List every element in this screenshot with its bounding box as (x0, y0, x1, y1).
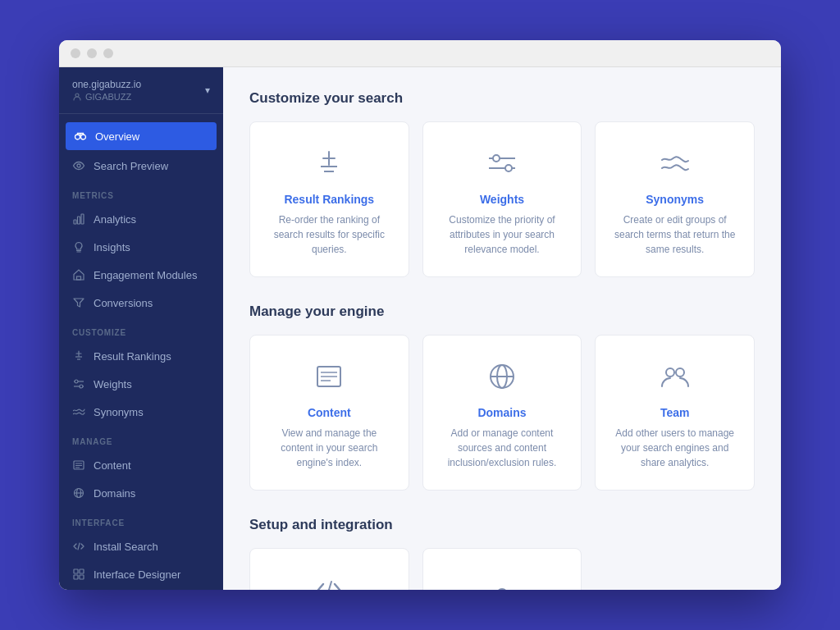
section-label-customize: CUSTOMIZE (59, 317, 223, 342)
sidebar-item-result-rankings[interactable]: Result Rankings (59, 342, 223, 370)
person-icon (72, 92, 82, 102)
card-title-domains: Domains (477, 406, 526, 419)
card-desc-content: View and manage the content in your sear… (267, 426, 392, 470)
card-team[interactable]: Team Add other users to manage your sear… (595, 335, 755, 491)
card-grid-customize: Result Rankings Re-order the ranking of … (249, 121, 755, 277)
svg-point-1 (75, 135, 80, 139)
card-icon-team (657, 358, 693, 395)
sidebar-item-domains[interactable]: Domains (59, 479, 223, 507)
svg-point-14 (75, 380, 78, 383)
section-label-metrics: METRICS (59, 180, 223, 205)
svg-point-3 (77, 164, 80, 167)
code-icon (72, 540, 85, 553)
card-title-rankings: Result Rankings (284, 193, 374, 206)
svg-rect-24 (74, 569, 78, 573)
svg-rect-25 (80, 569, 84, 573)
card-desc-weights: Customize the priority of attributes in … (440, 212, 565, 257)
section-title-manage: Manage your engine (249, 304, 755, 320)
sidebar-search-preview-label: Search Preview (94, 160, 168, 172)
svg-point-35 (505, 165, 512, 171)
sidebar-section-customize: CUSTOMIZE Result Rankings (59, 317, 223, 426)
svg-point-44 (676, 368, 684, 377)
sidebar-item-engagement-modules[interactable]: Engagement Modules (59, 261, 223, 289)
svg-rect-6 (81, 214, 84, 224)
section-title-setup: Setup and integration (249, 517, 755, 533)
card-interface-designer[interactable]: Interface Designer (422, 548, 582, 590)
card-title-team: Team (660, 406, 690, 419)
card-install-search[interactable]: Install Search (249, 548, 409, 590)
sidebar-item-conversions[interactable]: Conversions (59, 289, 223, 317)
sidebar-org: one.gigabuzz.io GIGABUZZ (72, 79, 141, 102)
svg-point-15 (80, 385, 83, 388)
card-desc-domains: Add or manage content sources and conten… (440, 426, 565, 470)
sidebar-domain: one.gigabuzz.io (72, 79, 141, 90)
card-synonyms[interactable]: Synonyms Create or edit groups of search… (595, 121, 755, 277)
sidebar-header[interactable]: one.gigabuzz.io GIGABUZZ ▾ (59, 67, 223, 114)
svg-rect-27 (80, 575, 84, 579)
card-result-rankings[interactable]: Result Rankings Re-order the ranking of … (249, 121, 409, 277)
bar-chart-icon (72, 212, 85, 226)
sidebar-section-manage: MANAGE Content (59, 426, 223, 507)
card-desc-synonyms: Create or edit groups of search terms th… (612, 212, 737, 257)
home-icon (72, 268, 85, 281)
svg-rect-7 (77, 276, 81, 280)
main-content: Customize your search Result Rankings Re… (223, 67, 781, 590)
chevron-icon[interactable]: ▾ (205, 84, 210, 96)
browser-dot-min[interactable] (87, 48, 97, 58)
sidebar-section-metrics: METRICS Analytics (59, 180, 223, 317)
card-desc-team: Add other users to manage your search en… (612, 426, 737, 470)
card-title-synonyms: Synonyms (646, 193, 704, 206)
card-icon-interface (484, 572, 520, 590)
card-grid-setup: Install Search Interface Designer (249, 548, 755, 590)
list-icon (72, 459, 85, 472)
sidebar-item-search-preview[interactable]: Search Preview (59, 152, 223, 180)
bulb-icon (72, 240, 85, 253)
sidebar-item-weights[interactable]: Weights (59, 370, 223, 398)
funnel-icon (72, 296, 85, 309)
browser-dot-max[interactable] (103, 48, 113, 58)
svg-point-34 (493, 155, 500, 162)
sidebar-main-nav: Overview Search Preview (59, 114, 223, 180)
browser-chrome (59, 40, 781, 67)
card-icon-install-search (311, 572, 347, 590)
sidebar-item-engagement-modules2[interactable]: Engagement Modules (59, 588, 223, 590)
sidebar-company: GIGABUZZ (72, 92, 141, 102)
card-title-content: Content (308, 406, 351, 419)
sidebar-item-content[interactable]: Content (59, 451, 223, 479)
sidebar: one.gigabuzz.io GIGABUZZ ▾ (59, 67, 223, 590)
sidebar-item-insights[interactable]: Insights (59, 233, 223, 261)
binoculars-icon (74, 130, 87, 143)
card-icon-weights (484, 145, 520, 181)
card-icon-content (311, 358, 347, 395)
section-label-manage: MANAGE (59, 426, 223, 451)
sidebar-item-interface-designer[interactable]: Interface Designer (59, 560, 223, 588)
card-content[interactable]: Content View and manage the content in y… (249, 335, 409, 491)
grid-icon (72, 568, 85, 581)
svg-point-43 (666, 368, 674, 377)
sidebar-item-analytics[interactable]: Analytics (59, 205, 223, 233)
card-grid-manage: Content View and manage the content in y… (249, 335, 755, 491)
waves-icon (72, 405, 85, 418)
sidebar-item-install-search[interactable]: Install Search (59, 532, 223, 560)
rankings-icon (72, 349, 85, 363)
card-title-weights: Weights (480, 193, 524, 206)
section-title-customize: Customize your search (249, 90, 755, 107)
sidebar-item-synonyms[interactable]: Synonyms (59, 398, 223, 426)
svg-line-45 (326, 582, 331, 590)
card-domains[interactable]: Domains Add or manage content sources an… (422, 335, 582, 491)
svg-line-23 (78, 543, 80, 550)
svg-point-2 (81, 135, 86, 139)
browser-body: one.gigabuzz.io GIGABUZZ ▾ (59, 67, 781, 590)
card-desc-rankings: Re-order the ranking of search results f… (267, 212, 392, 257)
sidebar-section-interface: INTERFACE Install Search (59, 507, 223, 590)
browser-window: one.gigabuzz.io GIGABUZZ ▾ (59, 40, 781, 590)
card-icon-domains (484, 358, 520, 395)
eye-icon (72, 159, 85, 172)
globe-icon (72, 486, 85, 500)
svg-rect-4 (74, 220, 76, 224)
browser-dot-close[interactable] (71, 48, 80, 58)
sidebar-item-overview[interactable]: Overview (66, 122, 217, 150)
section-label-interface: INTERFACE (59, 507, 223, 532)
card-weights[interactable]: Weights Customize the priority of attrib… (422, 121, 582, 277)
card-icon-synonyms (657, 145, 693, 181)
